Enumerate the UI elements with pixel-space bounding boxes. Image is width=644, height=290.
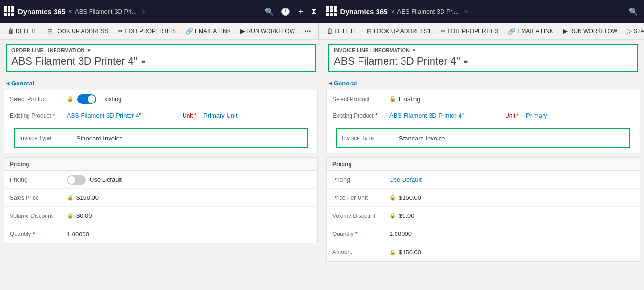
right-quantity-label: Quantity * [332,231,389,237]
right-entity-menu-icon[interactable]: ≡ [464,57,468,65]
right-invoice-type-container: Invoice Type Standard Invoice [327,123,640,153]
left-section-title: General [11,80,34,87]
more-icon: ··· [304,27,311,36]
edit-icon: ✏ [118,28,123,35]
right-general-form: Select Product 🔒 Existing Existing Produ… [326,90,640,153]
right-volume-discount-row: Volume Discount 🔒 $0.00 [327,207,640,225]
right-price-per-unit-value: 🔒 $150.00 [389,194,634,201]
right-select-product-label: Select Product [332,96,389,103]
left-invoice-highlight: Invoice Type Standard Invoice [14,128,308,148]
right-entity-type: INVOICE LINE : INFORMATION ▼ [334,47,633,53]
left-general-form: Select Product 🔒 Existing Existing Produ… [4,90,318,153]
left-filter-btn[interactable]: ⧗ [309,5,318,18]
delete-icon: 🗑 [8,28,14,35]
right-panel: INVOICE LINE : INFORMATION ▼ ABS Filamen… [322,40,644,290]
left-nav-half: Dynamics 365 ∨ ABS Filament 3D Pri... > … [0,0,322,23]
right-volume-label: Volume Discount [332,213,389,219]
lookup-icon-r: ⊞ [367,28,372,35]
right-pricing-row: Pricing Use Default [327,171,640,189]
right-email-btn[interactable]: 🔗 EMAIL A LINK [504,27,557,36]
right-amount-row: Amount 🔒 $150.00 [327,243,640,261]
left-unit-value[interactable]: Primary Unit [203,112,312,119]
right-quantity-value: 1.00000 [389,230,634,237]
right-entity-header: INVOICE LINE : INFORMATION ▼ ABS Filamen… [322,40,644,77]
right-section-title: General [334,80,357,87]
left-delete-btn[interactable]: 🗑 DELETE [4,27,42,36]
left-email-btn[interactable]: 🔗 EMAIL A LINK [182,27,235,36]
right-existing-product-value[interactable]: ABS Filament 3D Printer 4" [389,112,497,119]
right-general-section-header[interactable]: ◀ General [322,77,644,90]
left-edit-props-btn[interactable]: ✏ EDIT PROPERTIES [114,27,180,36]
right-volume-value: 🔒 $0.00 [389,212,634,219]
right-price-per-unit-label: Price Per Unit [332,195,389,201]
left-unit-label: Unit * [175,112,203,119]
left-select-product-label: Select Product [10,96,67,103]
right-search-btn[interactable]: 🔍 [627,5,640,18]
right-delete-btn[interactable]: 🗑 DELETE [323,27,361,36]
left-existing-product-value[interactable]: ABS Filament 3D Printer 4" [67,112,175,119]
delete-icon-r: 🗑 [327,28,333,35]
right-price-per-unit-row: Price Per Unit 🔒 $150.00 [327,189,640,207]
right-brand-label: Dynamics 365 [340,8,388,16]
left-sales-lock-icon: 🔒 [67,195,74,201]
right-amount-value: 🔒 $150.00 [389,249,634,256]
waffle-menu-right[interactable] [326,6,338,17]
left-history-btn[interactable]: 🕐 [279,5,292,18]
right-invoice-type-value: Standard Invoice [399,135,625,142]
left-select-product-value: 🔒 Existing [67,94,312,104]
right-type-arrow: ▼ [412,48,416,53]
right-product-lock-icon: 🔒 [389,96,396,102]
right-amount-label: Amount [332,249,389,255]
left-product-lock-icon: 🔒 [67,96,74,102]
left-general-section-header[interactable]: ◀ General [0,77,322,90]
right-collapse-icon: ◀ [328,80,332,86]
right-unit-value[interactable]: Primary [526,112,634,119]
left-brand-chevron: ∨ [68,9,72,15]
left-pricing-form: Pricing Pricing Use Default Sales Price … [4,157,318,243]
right-invoice-type-label: Invoice Type [342,135,399,141]
right-edit-props-btn[interactable]: ✏ EDIT PROPERTIES [437,27,503,36]
left-product-toggle-label: Existing [100,95,122,103]
right-invoice-highlight: Invoice Type Standard Invoice [336,128,630,148]
left-entity-menu-icon[interactable]: ≡ [141,57,145,65]
left-add-btn[interactable]: ＋ [295,5,306,19]
left-lookup-btn[interactable]: ⊞ LOOK UP ADDRESS [44,27,112,36]
waffle-menu-left[interactable] [4,6,15,17]
left-select-product-row: Select Product 🔒 Existing [4,90,317,108]
left-product-toggle[interactable] [77,94,96,104]
right-unit-label: Unit * [497,112,526,119]
right-pricing-header: Pricing [327,158,640,171]
right-pricing-label: Pricing [332,177,389,183]
left-breadcrumb: ABS Filament 3D Pri... > [75,8,259,15]
workflow-icon-r: ▶ [563,28,568,35]
left-header-box: ORDER LINE : INFORMATION ▼ ABS Filament … [6,44,316,72]
left-more-btn[interactable]: ··· [301,26,314,37]
right-entity-title: ABS Filament 3D Printer 4" ≡ [334,55,633,67]
left-pricing-toggle[interactable] [67,175,86,185]
right-startdi-btn[interactable]: ▷ START DI... [623,27,644,36]
startdi-icon: ▷ [627,28,632,35]
right-select-product-value: 🔒 Existing [389,95,634,103]
left-search-btn[interactable]: 🔍 [263,5,276,18]
workflow-icon: ▶ [240,28,245,35]
left-quantity-label: Quantity * [10,231,67,237]
right-volume-lock-icon: 🔒 [389,213,396,219]
left-workflow-btn[interactable]: ▶ RUN WORKFLOW [237,27,299,36]
right-lookup-btn[interactable]: ⊞ LOOK UP ADDRESS1 [363,27,435,36]
right-ppu-lock-icon: 🔒 [389,195,396,201]
left-sales-price-row: Sales Price 🔒 $150.00 [4,189,317,207]
right-breadcrumb: ABS Filament 3D Pri... > [397,8,624,15]
right-workflow-btn[interactable]: ▶ RUN WORKFLOW [559,27,621,36]
right-brand-chevron: ∨ [391,9,395,15]
left-invoice-type-container: Invoice Type Standard Invoice [4,123,317,153]
left-sales-price-label: Sales Price [10,195,67,201]
link-icon-r: 🔗 [508,28,515,35]
left-quantity-row: Quantity * 1.00000 [4,225,317,243]
right-amount-lock-icon: 🔒 [389,249,396,255]
link-icon: 🔗 [185,28,193,35]
right-quantity-row: Quantity * 1.00000 [327,225,640,243]
left-pricing-toggle-label: Use Default [90,176,122,183]
left-invoice-type-row: Invoice Type Standard Invoice [15,129,307,147]
top-nav-bar: Dynamics 365 ∨ ABS Filament 3D Pri... > … [0,0,644,23]
left-invoice-type-value: Standard Invoice [76,135,302,142]
